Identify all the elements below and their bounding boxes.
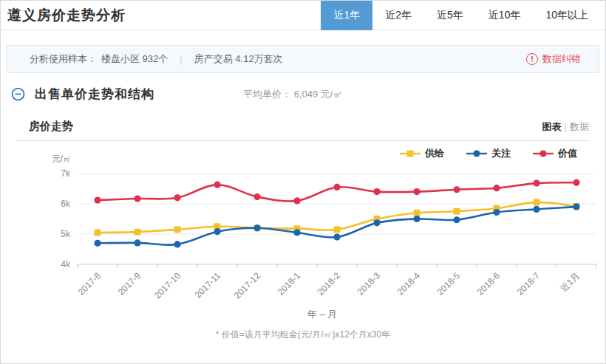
data-point-1-12[interactable] — [573, 204, 579, 210]
view-chart-toggle[interactable]: 图表 — [542, 120, 562, 134]
y-tick-4k: 4k — [61, 259, 71, 269]
tab-time-range-3[interactable]: 近10年 — [476, 1, 534, 30]
section-header: 出售单价走势和结构 平均单价： 6,049 元/㎡ — [7, 86, 599, 103]
data-point-0-1[interactable] — [135, 229, 141, 236]
card-title: 房价走势 — [17, 120, 73, 134]
section-title: 出售单价走势和结构 — [35, 86, 154, 103]
data-point-1-3[interactable] — [214, 228, 220, 235]
legend-label: 关注 — [491, 147, 511, 160]
legend-marker-icon — [466, 149, 487, 158]
data-point-2-0[interactable] — [94, 196, 101, 203]
data-point-2-11[interactable] — [533, 180, 539, 187]
data-point-2-8[interactable] — [413, 188, 420, 195]
x-tick-label-0: 2017-8 — [76, 270, 103, 298]
data-point-1-8[interactable] — [413, 216, 420, 222]
data-correction-label: 数据纠错 — [542, 52, 581, 66]
price-analysis-page: 遵义房价走势分析 近1年近2年近5年近10年10年以上 分析使用样本： 楼盘小区… — [0, 0, 606, 364]
exclamation-icon: ! — [526, 53, 538, 65]
x-tick-label-12: 近1月 — [559, 270, 582, 294]
line-chart[interactable]: 元/㎡4k5k6k7k2017-82017-92017-102017-11201… — [17, 151, 601, 326]
data-point-1-0[interactable] — [94, 240, 101, 247]
x-axis-title: 年 – 月 — [307, 309, 337, 320]
data-point-2-12[interactable] — [573, 179, 579, 186]
data-point-1-6[interactable] — [333, 234, 340, 241]
legend-item-0[interactable]: 供给 — [400, 147, 444, 160]
data-point-1-2[interactable] — [174, 241, 180, 247]
time-range-tabs: 近1年近2年近5年近10年10年以上 — [321, 1, 601, 30]
tab-time-range-0[interactable]: 近1年 — [321, 1, 372, 30]
page-header: 遵义房价走势分析 近1年近2年近5年近10年10年以上 — [1, 1, 605, 30]
chart-legend: 供给关注价值 — [400, 147, 577, 160]
tab-time-range-1[interactable]: 近2年 — [372, 1, 424, 30]
data-point-1-10[interactable] — [493, 209, 500, 216]
data-point-0-0[interactable] — [95, 230, 101, 236]
data-point-1-4[interactable] — [253, 224, 260, 231]
x-tick-label-10: 2018-6 — [475, 270, 503, 298]
average-price-label: 平均单价： — [243, 89, 291, 100]
data-correction-button[interactable]: ! 数据纠错 — [526, 52, 599, 66]
tab-time-range-4[interactable]: 10年以上 — [533, 1, 601, 30]
data-point-0-2[interactable] — [174, 226, 181, 233]
x-tick-label-9: 2018-5 — [435, 270, 463, 298]
data-point-2-9[interactable] — [453, 186, 460, 193]
view-switch-divider: | — [565, 121, 567, 132]
view-switch: 图表 | 数据 — [542, 120, 589, 134]
chart-footnote: * 价值=该月平均租金(元/月/㎡)x12个月x30年 — [17, 329, 589, 341]
y-axis-unit-label: 元/㎡ — [52, 154, 72, 164]
data-point-2-6[interactable] — [333, 184, 340, 190]
legend-item-2[interactable]: 价值 — [533, 147, 577, 160]
average-price-value: 6,049 — [294, 89, 319, 100]
legend-marker-icon — [533, 149, 554, 158]
data-point-2-2[interactable] — [174, 194, 180, 201]
tab-time-range-2[interactable]: 近5年 — [424, 1, 476, 30]
x-tick-label-11: 2018-7 — [515, 270, 542, 298]
x-tick-label-2: 2017-10 — [152, 270, 183, 301]
data-point-2-1[interactable] — [134, 195, 140, 202]
chart-area[interactable]: 供给关注价值 元/㎡4k5k6k7k2017-82017-92017-10201… — [17, 142, 589, 329]
legend-marker-icon — [400, 149, 421, 158]
price-trend-card: 房价走势 图表 | 数据 供给关注价值 元/㎡4k5k6k7k2017-8201… — [7, 113, 599, 341]
x-tick-label-5: 2018-1 — [276, 270, 303, 298]
collapse-icon[interactable] — [11, 87, 25, 101]
data-point-2-10[interactable] — [493, 185, 500, 191]
x-tick-label-4: 2017-12 — [232, 270, 262, 301]
data-point-0-6[interactable] — [334, 226, 341, 233]
data-point-1-7[interactable] — [373, 219, 380, 226]
data-point-2-5[interactable] — [293, 197, 300, 204]
sample-communities: 楼盘小区 932个 — [101, 52, 168, 66]
data-point-0-9[interactable] — [454, 208, 460, 215]
sample-info-bar: 分析使用样本： 楼盘小区 932个 | 房产交易 4.12万套次 ! 数据纠错 — [7, 45, 599, 73]
sample-transactions: 房产交易 4.12万套次 — [194, 52, 283, 66]
view-data-toggle[interactable]: 数据 — [570, 120, 589, 134]
data-point-2-3[interactable] — [214, 182, 220, 188]
card-header: 房价走势 图表 | 数据 — [17, 113, 589, 141]
x-tick-label-6: 2018-2 — [316, 270, 343, 298]
data-point-1-11[interactable] — [533, 206, 539, 213]
average-price-unit: 元/㎡ — [321, 89, 343, 100]
y-tick-5k: 5k — [61, 229, 71, 239]
y-tick-7k: 7k — [61, 168, 71, 179]
data-point-1-1[interactable] — [134, 239, 140, 246]
y-tick-6k: 6k — [61, 199, 71, 209]
x-tick-label-7: 2018-3 — [355, 270, 383, 298]
sample-label: 分析使用样本： — [30, 52, 97, 66]
data-point-1-9[interactable] — [453, 216, 460, 223]
x-tick-label-1: 2017-9 — [116, 270, 143, 298]
legend-label: 供给 — [425, 147, 444, 160]
average-price: 平均单价： 6,049 元/㎡ — [243, 88, 342, 101]
sample-info: 分析使用样本： 楼盘小区 932个 | 房产交易 4.12万套次 — [7, 52, 283, 66]
data-point-1-5[interactable] — [293, 229, 300, 236]
x-tick-label-8: 2018-4 — [395, 270, 423, 298]
x-tick-label-3: 2017-11 — [193, 270, 223, 301]
data-point-2-4[interactable] — [253, 193, 260, 200]
legend-label: 价值 — [558, 147, 577, 160]
sample-divider: | — [172, 54, 189, 65]
data-point-0-11[interactable] — [534, 199, 540, 206]
data-point-2-7[interactable] — [373, 188, 380, 195]
data-point-0-8[interactable] — [414, 210, 421, 216]
page-title: 遵义房价走势分析 — [1, 6, 126, 25]
legend-item-1[interactable]: 关注 — [466, 147, 511, 160]
